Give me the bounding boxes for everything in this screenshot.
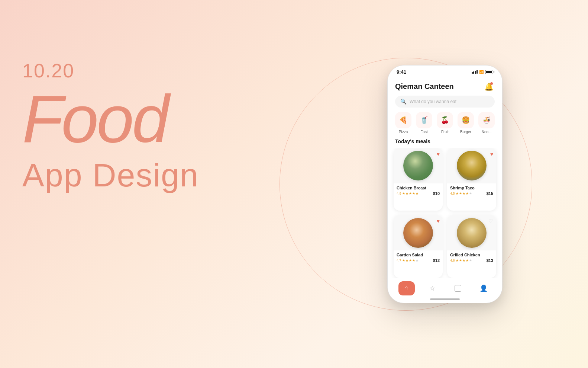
pizza-icon-wrap: 🍕	[395, 112, 411, 128]
category-fruit[interactable]: 🍒 Fruit	[435, 112, 455, 134]
food-meta-grilled: 4.6 ★★★★★ $13	[450, 258, 493, 263]
fruit-icon: 🍒	[441, 116, 449, 124]
stars-salad: ★★★★★	[402, 259, 419, 262]
food-card-taco[interactable]: ♥ Shrimp Taco 4.5 ★★★★★	[447, 148, 496, 211]
food-image-salad: ♥	[394, 215, 443, 250]
search-placeholder: What do you wanna eat	[410, 99, 456, 104]
rating-value-grilled: 4.6	[450, 259, 455, 262]
app-title: Qieman Canteen	[395, 82, 454, 91]
food-name-salad: Garden Salad	[397, 253, 440, 257]
app-header: Qieman Canteen 🔔	[388, 79, 502, 96]
status-icons: 📶	[472, 70, 494, 74]
food-name-taco: Shrimp Taco	[450, 186, 493, 190]
orders-icon	[455, 285, 461, 292]
noodle-icon: 🍜	[482, 116, 491, 124]
nav-home[interactable]: ⌂	[398, 281, 415, 295]
stars-chicken: ★★★★★	[402, 192, 419, 195]
fruit-icon-wrap: 🍒	[437, 112, 453, 128]
notification-button[interactable]: 🔔	[483, 81, 495, 93]
fast-label: Fast	[420, 130, 427, 134]
rating-value-chicken: 4.9	[397, 192, 401, 195]
food-image-grilled: ♡	[447, 215, 496, 250]
home-bar	[430, 298, 460, 300]
battery-icon	[485, 70, 493, 74]
phone-container: 9:41 📶 Qieman Cant	[387, 65, 503, 303]
date-label: 10.20	[22, 60, 199, 82]
profile-icon: 👤	[479, 284, 488, 292]
plate-chicken	[403, 151, 433, 180]
section-title: Today's meals	[388, 138, 502, 144]
food-info-salad: Garden Salad 4.7 ★★★★★ $12	[394, 250, 443, 266]
burger-label: Burger	[460, 130, 471, 134]
food-image-taco: ♥	[447, 148, 496, 183]
food-card-chicken[interactable]: ♥ Chicken Breast 4.9 ★★★★★	[394, 148, 443, 211]
favorite-button-taco[interactable]: ♥	[490, 151, 493, 157]
nav-orders[interactable]	[450, 281, 466, 295]
food-price-taco: $15	[487, 191, 493, 196]
food-grid: ♥ Chicken Breast 4.9 ★★★★★	[388, 148, 502, 278]
pizza-label: Pizza	[399, 130, 408, 134]
food-info-taco: Shrimp Taco 4.5 ★★★★★ $15	[447, 183, 496, 199]
noodle-label: Noo...	[482, 130, 492, 134]
favorite-button-chicken[interactable]: ♥	[437, 151, 440, 157]
plate-taco	[457, 151, 487, 180]
home-indicator	[388, 295, 502, 303]
stars-grilled: ★★★★★	[456, 259, 472, 262]
category-pizza[interactable]: 🍕 Pizza	[394, 112, 413, 134]
food-price-chicken: $10	[433, 191, 440, 196]
category-burger[interactable]: 🍔 Burger	[456, 112, 475, 134]
signal-icon	[472, 70, 478, 74]
status-bar: 9:41 📶	[388, 65, 502, 76]
search-bar[interactable]: 🔍 What do you wanna eat	[395, 96, 495, 108]
plate-salad	[403, 218, 433, 248]
food-info-grilled: Grilled Chicken 4.6 ★★★★★ $13	[447, 250, 496, 266]
food-meta-salad: 4.7 ★★★★★ $12	[397, 258, 440, 263]
nav-favorites[interactable]: ☆	[424, 281, 440, 295]
food-name-chicken: Chicken Breast	[397, 186, 440, 190]
bottom-nav: ⌂ ☆ 👤	[388, 278, 502, 295]
food-rating-chicken: 4.9 ★★★★★	[397, 192, 419, 195]
nav-profile[interactable]: 👤	[475, 281, 492, 295]
notification-dot	[490, 82, 493, 85]
fruit-label: Fruit	[441, 130, 449, 134]
category-noodle[interactable]: 🍜 Noo...	[477, 112, 496, 134]
food-card-grilled[interactable]: ♡ Grilled Chicken 4.6 ★★★★★	[447, 215, 496, 278]
category-fast[interactable]: 🥤 Fast	[414, 112, 434, 134]
food-title: Food	[22, 86, 199, 153]
stars-taco: ★★★★★	[456, 192, 472, 195]
rating-value-salad: 4.7	[397, 259, 401, 262]
plate-grilled	[457, 218, 487, 248]
food-info-chicken: Chicken Breast 4.9 ★★★★★ $10	[394, 183, 443, 199]
app-design-label: App Design	[22, 156, 199, 194]
search-icon: 🔍	[400, 99, 407, 105]
burger-icon-wrap: 🍔	[458, 112, 474, 128]
pizza-icon: 🍕	[399, 116, 407, 124]
home-icon: ⌂	[404, 284, 408, 292]
favorite-button-grilled[interactable]: ♡	[488, 218, 493, 224]
phone-frame: 9:41 📶 Qieman Cant	[387, 65, 503, 303]
food-rating-taco: 4.5 ★★★★★	[450, 192, 472, 195]
favorite-button-salad[interactable]: ♥	[437, 218, 440, 224]
left-panel: 10.20 Food App Design	[22, 60, 199, 194]
food-meta-chicken: 4.9 ★★★★★ $10	[397, 191, 440, 196]
phone-screen: 9:41 📶 Qieman Cant	[388, 65, 502, 303]
food-name-grilled: Grilled Chicken	[450, 253, 493, 257]
categories-row: 🍕 Pizza 🥤 Fast 🍒 Fruit	[388, 112, 502, 134]
fast-icon-wrap: 🥤	[416, 112, 432, 128]
noodle-icon-wrap: 🍜	[478, 112, 495, 128]
wifi-icon: 📶	[479, 70, 484, 74]
food-image-chicken: ♥	[394, 148, 443, 183]
food-rating-salad: 4.7 ★★★★★	[397, 259, 419, 262]
rating-value-taco: 4.5	[450, 192, 455, 195]
app-content: Qieman Canteen 🔔 🔍 What do you wanna eat	[388, 76, 502, 303]
food-card-salad[interactable]: ♥ Garden Salad 4.7 ★★★★★	[394, 215, 443, 278]
fast-icon: 🥤	[420, 116, 428, 124]
food-meta-taco: 4.5 ★★★★★ $15	[450, 191, 493, 196]
food-price-grilled: $13	[487, 258, 493, 263]
food-price-salad: $12	[433, 258, 440, 263]
status-time: 9:41	[397, 69, 406, 75]
burger-icon: 🍔	[462, 116, 470, 124]
food-rating-grilled: 4.6 ★★★★★	[450, 259, 472, 262]
favorites-icon: ☆	[429, 284, 435, 292]
